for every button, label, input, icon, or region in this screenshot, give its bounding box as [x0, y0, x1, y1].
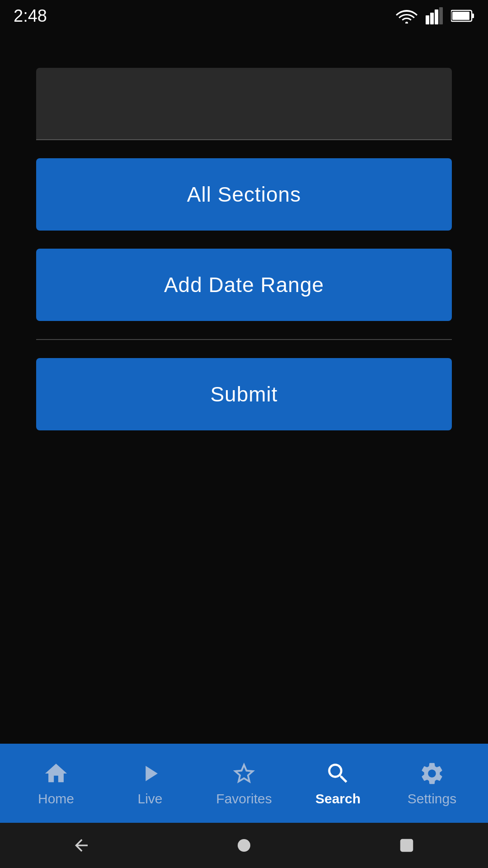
svg-point-7 — [238, 839, 250, 852]
search-icon — [325, 760, 351, 787]
back-button[interactable] — [63, 827, 99, 863]
home-icon — [43, 760, 69, 787]
nav-label-settings: Settings — [408, 791, 456, 807]
status-bar: 2:48 — [0, 0, 488, 32]
nav-item-favorites[interactable]: Favorites — [197, 760, 291, 807]
nav-label-home: Home — [38, 791, 74, 807]
submit-button[interactable]: Submit — [36, 358, 452, 430]
nav-item-home[interactable]: Home — [9, 760, 103, 807]
nav-item-live[interactable]: Live — [103, 760, 197, 807]
home-button[interactable] — [226, 827, 262, 863]
svg-rect-3 — [439, 7, 443, 24]
nav-label-search: Search — [315, 791, 361, 807]
svg-rect-0 — [426, 15, 429, 24]
svg-rect-6 — [452, 12, 469, 20]
search-input-container — [36, 68, 452, 140]
battery-icon — [451, 9, 474, 23]
status-icons — [396, 7, 474, 24]
nav-label-live: Live — [137, 791, 162, 807]
live-icon — [137, 760, 163, 787]
system-navigation-bar — [0, 823, 488, 868]
svg-rect-1 — [430, 13, 434, 24]
divider — [36, 339, 452, 340]
nav-label-favorites: Favorites — [216, 791, 272, 807]
svg-rect-8 — [401, 840, 412, 851]
status-time: 2:48 — [14, 6, 47, 26]
favorites-icon — [231, 760, 257, 787]
nav-item-settings[interactable]: Settings — [385, 760, 479, 807]
all-sections-button[interactable]: All Sections — [36, 158, 452, 231]
svg-rect-2 — [435, 9, 438, 24]
search-input[interactable] — [36, 68, 452, 140]
recents-button[interactable] — [389, 827, 425, 863]
bottom-navigation: Home Live Favorites Search Settings — [0, 744, 488, 823]
settings-icon — [419, 760, 445, 787]
svg-rect-5 — [472, 14, 474, 18]
wifi-icon — [396, 8, 418, 24]
main-content: All Sections Add Date Range Submit — [0, 32, 488, 744]
add-date-range-button[interactable]: Add Date Range — [36, 249, 452, 321]
nav-item-search[interactable]: Search — [291, 760, 385, 807]
signal-icon — [426, 7, 443, 24]
